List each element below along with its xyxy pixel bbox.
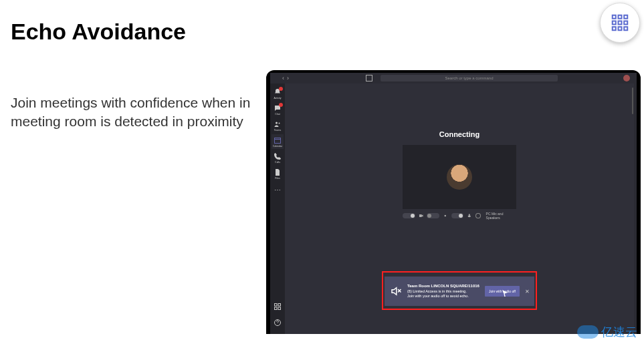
svg-rect-6 [613, 27, 616, 30]
sidebar-item-chat[interactable]: Chat [272, 102, 284, 117]
badge-icon [279, 103, 283, 107]
svg-rect-0 [613, 15, 616, 19]
scrollbar[interactable] [632, 88, 633, 114]
sidebar-item-label: Chat [275, 113, 280, 116]
watermark: 亿速云 [577, 324, 637, 340]
svg-point-18 [445, 215, 447, 217]
connecting-status: Connecting [285, 130, 634, 138]
svg-rect-15 [275, 307, 278, 310]
teams-screen: ‹ › Search or type a command Activity Ch… [270, 73, 637, 334]
join-audio-off-button[interactable]: Join with audio off [485, 286, 520, 297]
speaker-off-icon [389, 284, 403, 299]
svg-rect-11 [275, 138, 281, 143]
proximity-toast: Team Room LINCOLN SQUARE/11016 (8) Limit… [385, 277, 534, 306]
search-input[interactable]: Search or type a command [381, 75, 558, 81]
avatar [447, 164, 472, 190]
sidebar-item-label: Activity [274, 97, 281, 100]
sidebar-item-apps[interactable] [272, 299, 284, 314]
svg-rect-8 [624, 27, 627, 30]
audio-device-label[interactable]: PC Mic and Speakers [486, 212, 516, 220]
help-icon [274, 319, 282, 327]
camera-toggle[interactable] [403, 213, 415, 218]
toast-line2: (8) Limited Access is in this meeting. [407, 289, 467, 293]
toast-title: Team Room LINCOLN SQUARE/11016 [407, 284, 479, 288]
toast-line3: Join with your audio off to avoid echo. [407, 294, 469, 298]
new-tab-icon[interactable] [366, 75, 372, 81]
sidebar-item-activity[interactable]: Activity [272, 86, 284, 101]
svg-rect-3 [613, 21, 616, 25]
sidebar-item-more[interactable]: ⋯ [272, 182, 284, 197]
camera-icon [419, 213, 424, 218]
mic-icon [467, 213, 472, 218]
svg-rect-5 [624, 21, 627, 25]
topbar: ‹ › Search or type a command [282, 73, 634, 83]
sidebar-item-label: Files [275, 177, 280, 180]
svg-rect-16 [278, 307, 281, 310]
slide-title: Echo Avoidance [11, 19, 186, 45]
toast-close-button[interactable]: ✕ [524, 289, 530, 295]
sidebar-item-label: Calendar [273, 145, 282, 148]
svg-rect-14 [278, 304, 281, 307]
slide-subtitle: Join meetings with confidence when in me… [11, 94, 251, 132]
blur-toggle[interactable] [427, 213, 439, 218]
calendar-icon [274, 136, 282, 144]
svg-point-10 [279, 122, 280, 124]
teams-icon [274, 120, 282, 128]
join-audio-off-label: Join with audio off [489, 289, 516, 293]
watermark-text: 亿速云 [601, 324, 637, 340]
svg-rect-1 [619, 15, 622, 19]
building-grid-icon [610, 13, 630, 33]
video-preview [403, 145, 516, 209]
svg-rect-13 [275, 304, 278, 307]
user-avatar[interactable] [623, 75, 630, 81]
corner-building-button[interactable] [600, 3, 640, 43]
sidebar-item-teams[interactable]: Teams [272, 118, 284, 133]
file-icon [274, 168, 282, 176]
nav-arrows[interactable]: ‹ › [282, 75, 289, 81]
sidebar-item-label: Calls [275, 161, 280, 164]
phone-icon [274, 152, 282, 160]
svg-rect-4 [619, 21, 622, 25]
settings-icon[interactable] [475, 213, 481, 218]
sidebar-item-calendar[interactable]: Calendar [272, 134, 284, 149]
cloud-icon [577, 325, 599, 339]
forward-icon[interactable]: › [287, 75, 289, 81]
ellipsis-icon: ⋯ [274, 186, 281, 194]
svg-point-9 [276, 122, 278, 124]
sidebar-item-files[interactable]: Files [272, 166, 284, 181]
device-bezel: ‹ › Search or type a command Activity Ch… [266, 70, 641, 334]
sidebar-item-calls[interactable]: Calls [272, 150, 284, 165]
sidebar-item-label: Teams [274, 129, 281, 132]
blur-icon [443, 213, 448, 218]
badge-icon [279, 87, 283, 91]
svg-rect-7 [619, 27, 622, 30]
back-icon[interactable]: ‹ [282, 75, 284, 81]
toast-message: Team Room LINCOLN SQUARE/11016 (8) Limit… [407, 284, 481, 299]
apps-icon [274, 303, 282, 311]
meeting-join-panel: Connecting PC Mic and Speakers [285, 83, 634, 334]
sidebar: Activity Chat Teams Calendar Calls F [270, 83, 285, 334]
mic-toggle[interactable] [451, 213, 464, 218]
svg-rect-2 [624, 15, 627, 19]
prejoin-toolbar: PC Mic and Speakers [403, 212, 516, 220]
sidebar-item-help[interactable] [272, 315, 284, 330]
